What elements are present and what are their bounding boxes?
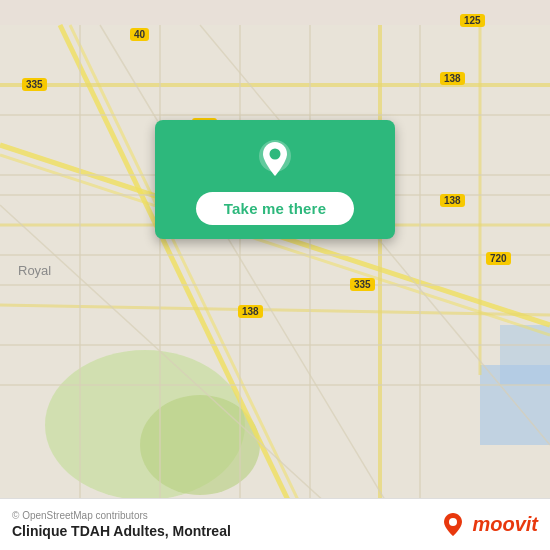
road-badge-138a: 138: [440, 72, 465, 85]
location-title: Clinique TDAH Adultes, Montreal: [12, 523, 231, 539]
location-card: Take me there: [155, 120, 395, 239]
road-badge-125: 125: [460, 14, 485, 27]
moovit-brand-label: moovit: [472, 513, 538, 536]
bottom-left-info: © OpenStreetMap contributors Clinique TD…: [12, 510, 231, 539]
svg-point-32: [449, 518, 457, 526]
moovit-pin-icon: [439, 511, 467, 539]
location-pin-icon: [253, 138, 297, 182]
svg-point-2: [140, 395, 260, 495]
road-badge-720: 720: [486, 252, 511, 265]
road-badge-335c: 335: [350, 278, 375, 291]
road-badge-335a: 335: [22, 78, 47, 91]
road-badge-138c: 138: [238, 305, 263, 318]
copyright-text: © OpenStreetMap contributors: [12, 510, 231, 521]
road-badge-138b: 138: [440, 194, 465, 207]
svg-text:Royal: Royal: [18, 263, 51, 278]
svg-point-31: [270, 149, 281, 160]
bottom-bar: © OpenStreetMap contributors Clinique TD…: [0, 498, 550, 550]
map-background: Royal: [0, 0, 550, 550]
map-container: Royal 40 125 335 335 335 138 138 138 720…: [0, 0, 550, 550]
road-badge-40: 40: [130, 28, 149, 41]
take-me-there-button[interactable]: Take me there: [196, 192, 354, 225]
moovit-logo: moovit: [439, 511, 538, 539]
